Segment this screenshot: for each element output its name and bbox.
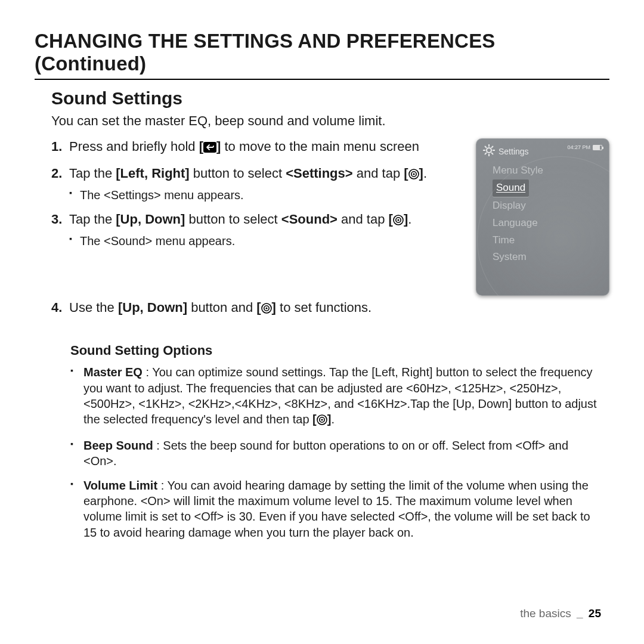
- option-text: : Sets the beep sound for button operati…: [83, 439, 568, 467]
- option-text-a: : You can optimize sound settings. Tap t…: [83, 366, 597, 426]
- step-1-text-b: to move to the main menu screen: [221, 139, 419, 154]
- step-2-e: and tap: [353, 166, 404, 181]
- option-name: Volume Limit: [83, 479, 157, 492]
- option-text-b: .: [331, 413, 335, 426]
- option-text: : You can avoid hearing damage by settin…: [83, 479, 590, 539]
- bracket-open: [: [404, 166, 408, 181]
- option-volume-limit: Volume Limit : You can avoid hearing dam…: [70, 478, 602, 541]
- target-icon: [261, 301, 272, 318]
- footer-separator: _: [577, 607, 583, 620]
- step-3-d: <Sound>: [281, 212, 338, 227]
- device-screenshot: 04:27 PM Settings Menu Style Sound Displ…: [476, 138, 609, 296]
- bracket-open: [: [312, 413, 317, 426]
- option-name: Master EQ: [83, 366, 143, 379]
- footer-page-number: 25: [589, 607, 601, 620]
- device-menu-item-selected: Sound: [493, 179, 529, 197]
- device-menu-item: System: [493, 249, 601, 266]
- period: .: [423, 166, 427, 181]
- step-4-c: button and: [187, 300, 256, 315]
- step-4-b: [Up, Down]: [118, 300, 187, 315]
- step-1-text-a: Press and briefly hold: [69, 139, 199, 154]
- option-master-eq: Master EQ : You can optimize sound setti…: [70, 364, 602, 429]
- device-menu-item: Language: [493, 215, 601, 232]
- bracket-close: ]: [272, 300, 276, 315]
- bracket-open: [: [199, 139, 203, 154]
- step-2-c: button to select: [190, 166, 286, 181]
- device-status-bar: 04:27 PM: [567, 144, 602, 150]
- bracket-close: ]: [419, 166, 423, 181]
- battery-icon: [593, 145, 602, 150]
- section-title: Sound Settings: [51, 88, 609, 109]
- step-2-a: Tap the: [69, 166, 116, 181]
- device-menu-item: Menu Style: [493, 162, 601, 179]
- options-heading: Sound Setting Options: [70, 343, 609, 358]
- device-menu-list: Menu Style Sound Display Language Time S…: [493, 162, 601, 266]
- option-beep-sound: Beep Sound : Sets the beep sound for but…: [70, 438, 602, 469]
- device-menu-item: Display: [493, 197, 601, 215]
- page-footer: the basics _ 25: [520, 607, 601, 620]
- footer-section: the basics: [520, 607, 571, 620]
- step-2-b: [Left, Right]: [116, 166, 189, 181]
- page-title: CHANGING THE SETTINGS AND PREFERENCES (C…: [35, 30, 609, 80]
- step-2-d: <Settings>: [286, 166, 352, 181]
- device-menu-item: Time: [493, 232, 601, 249]
- step-3: Tap the [Up, Down] button to select <Sou…: [51, 211, 464, 249]
- step-4-a: Use the: [69, 300, 118, 315]
- target-icon: [408, 167, 419, 184]
- target-icon: [317, 413, 327, 429]
- option-name: Beep Sound: [83, 439, 153, 452]
- step-2: Tap the [Left, Right] button to select <…: [51, 165, 464, 203]
- bracket-open: [: [389, 212, 393, 227]
- back-icon: [203, 140, 216, 157]
- step-2-sub: The <Settings> menu appears.: [69, 187, 464, 203]
- gear-icon: [483, 144, 495, 159]
- step-4-d: to set functions.: [276, 300, 371, 315]
- period: .: [408, 212, 411, 227]
- target-icon: [393, 213, 404, 230]
- bracket-open: [: [256, 300, 261, 315]
- step-3-a: Tap the: [69, 212, 116, 227]
- intro-text: You can set the master EQ, beep sound an…: [51, 113, 609, 129]
- step-3-sub: The <Sound> menu appears.: [69, 233, 464, 249]
- step-3-e: and tap: [338, 212, 389, 227]
- device-screen-title: Settings: [499, 147, 529, 156]
- step-3-c: button to select: [185, 212, 281, 227]
- device-time: 04:27 PM: [567, 144, 590, 150]
- step-4: Use the [Up, Down] button and [] to set …: [51, 299, 609, 318]
- step-3-b: [Up, Down]: [116, 212, 185, 227]
- step-1: Press and briefly hold [] to move to the…: [51, 138, 464, 157]
